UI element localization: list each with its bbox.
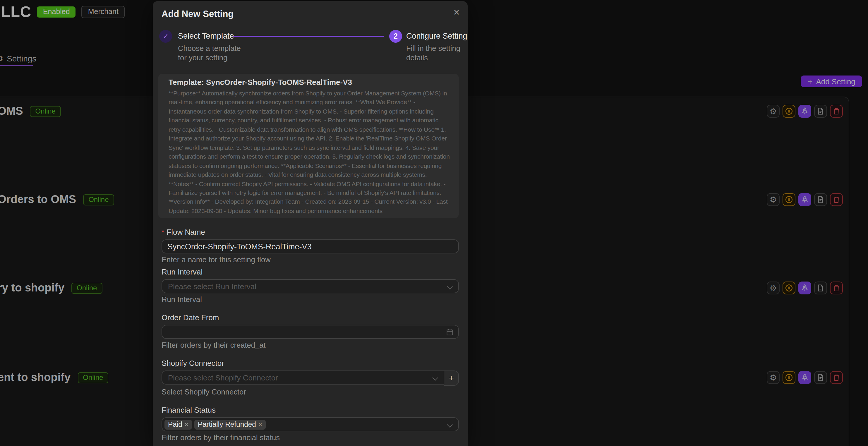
- modal-body: Template: SyncOrder-Shopify-ToOMS-RealTi…: [158, 74, 459, 446]
- run-interval-label: Run Interval: [161, 268, 459, 277]
- template-title: Template: SyncOrder-Shopify-ToOMS-RealTi…: [168, 78, 452, 87]
- order-date-input[interactable]: [162, 326, 458, 339]
- order-date-from-label: Order Date From: [161, 313, 459, 322]
- add-connector-button[interactable]: +: [444, 371, 459, 386]
- financial-status-multiselect[interactable]: Paid× Partially Refunded×: [161, 418, 459, 432]
- flow-name-label: *Flow Name: [161, 228, 459, 237]
- shopify-connector-field: Shopify Connector Please select Shopify …: [161, 359, 459, 396]
- chevron-down-icon: [447, 284, 453, 290]
- shopify-connector-label: Shopify Connector: [161, 359, 459, 368]
- chevron-down-icon: [432, 375, 438, 381]
- step-2-icon: 2: [389, 30, 402, 43]
- step-number: 2: [394, 32, 398, 40]
- flow-name-field: *Flow Name Enter a name for this setting…: [161, 228, 459, 264]
- order-date-from-helper: Filter orders by their created_at: [161, 341, 459, 350]
- check-icon: ✓: [163, 32, 168, 40]
- shopify-connector-helper: Select Shopify Connector: [161, 388, 459, 396]
- close-icon[interactable]: ×: [450, 6, 463, 19]
- required-asterisk: *: [161, 229, 164, 237]
- app-root: LLC Enabled Merchant ⚙ Settings + Add Se…: [0, 0, 868, 446]
- run-interval-helper: Run Interval: [161, 295, 459, 304]
- chevron-down-icon: [447, 422, 453, 428]
- calendar-icon: [446, 329, 454, 336]
- run-interval-select[interactable]: Please select Run Interval: [161, 280, 459, 293]
- template-description: **Purpose** Automatically synchronize or…: [168, 89, 452, 216]
- order-date-from-field: Order Date From Filter orders by their c…: [161, 313, 459, 350]
- remove-tag-icon[interactable]: ×: [185, 420, 188, 429]
- shopify-connector-group: Please select Shopify Connector +: [161, 371, 459, 386]
- template-info-panel: Template: SyncOrder-Shopify-ToOMS-RealTi…: [158, 74, 459, 219]
- step-2-title: Configure Setting: [406, 32, 467, 40]
- modal-title: Add New Setting: [161, 9, 234, 19]
- steps-indicator: ✓ Select Template Choose a template for …: [153, 29, 468, 61]
- selected-tags: Paid× Partially Refunded×: [162, 420, 266, 429]
- shopify-connector-placeholder: Please select Shopify Connector: [162, 374, 278, 382]
- financial-status-helper: Filter orders by their financial status: [161, 434, 459, 442]
- tag-partially-refunded: Partially Refunded×: [194, 420, 266, 429]
- run-interval-field: Run Interval Please select Run Interval …: [161, 268, 459, 304]
- step-1-icon: ✓: [159, 30, 172, 43]
- flow-name-input[interactable]: [162, 240, 458, 253]
- order-date-from-input[interactable]: [161, 325, 459, 339]
- step-2-description: Fill in the setting details: [406, 44, 466, 62]
- step-1-description: Choose a template for your setting: [178, 44, 248, 62]
- flow-name-helper: Enter a name for this setting flow: [161, 255, 459, 264]
- step-1-title: Select Template: [178, 32, 234, 40]
- flow-name-input-wrapper: [161, 240, 459, 254]
- shopify-connector-select[interactable]: Please select Shopify Connector: [161, 371, 444, 385]
- financial-status-label: Financial Status: [161, 406, 459, 415]
- step-connector-line: [233, 36, 384, 37]
- remove-tag-icon[interactable]: ×: [258, 420, 262, 429]
- tag-paid: Paid×: [164, 420, 192, 429]
- financial-status-field: Financial Status Paid× Partially Refunde…: [161, 406, 459, 442]
- run-interval-placeholder: Please select Run Interval: [162, 282, 256, 291]
- setting-form: *Flow Name Enter a name for this setting…: [161, 228, 459, 442]
- add-new-setting-modal: Add New Setting × ✓ Select Template Choo…: [153, 1, 468, 446]
